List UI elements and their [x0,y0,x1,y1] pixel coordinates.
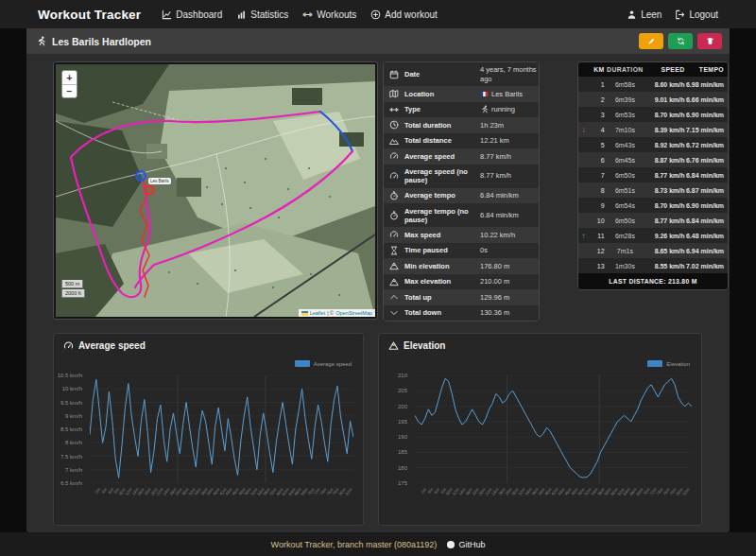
detail-row: Total distance12.21 km [384,133,539,149]
speed-cell: 8.60 km/h [644,81,684,88]
route-map[interactable]: Les Barils + − 500 m 2000 ft Leaflet | ©… [53,61,378,320]
runner-icon [36,36,46,46]
edit-button[interactable] [639,33,663,49]
detail-row: Time paused0s [384,243,539,259]
detail-value: 176.80 m [480,262,539,270]
chart-bar-icon [236,9,247,20]
mountain-icon [388,340,399,351]
start-marker[interactable] [136,171,146,181]
detail-label: Average tempo (no pause) [404,207,480,224]
y-tick-label: 195 [398,419,407,425]
osm-link[interactable]: OpenStreetMap [335,310,372,316]
y-tick-label: 185 [398,449,407,455]
legend-label: Elevation [666,361,690,367]
km-cell: 6 [589,157,607,164]
detail-label: Max speed [404,231,480,239]
last-distance-footer: LAST DISTANCE: 213.80 M [578,273,728,289]
km-cell: 7 [589,172,607,179]
chart-title: Elevation [379,334,701,357]
nav-right: Leen Logout [627,9,718,20]
duration-cell: 6m43s [607,142,644,148]
refresh-button[interactable] [668,33,693,49]
detail-label: Average speed (no pause) [404,167,480,184]
attribution-separator: | © [327,310,334,316]
nav-item-workouts[interactable]: Workouts [302,9,356,20]
split-row-km-5: 56m43s8.92 km/h6.72 min/km [578,137,728,152]
tempo-cell: 6.84 min/km [685,172,728,179]
y-axis-labels: 210205200195190185180175 [379,375,411,483]
detail-value: 8.77 km/h [480,171,539,180]
zoom-out-button[interactable]: − [62,84,77,97]
detail-row: LocationLes Barils [384,86,539,102]
chevron-up-icon [384,292,404,302]
github-label: GitHub [458,540,485,549]
detail-value: 1h 23m [480,121,539,130]
detail-label: Total up [404,293,480,302]
scale-imperial: 2000 ft [61,289,85,298]
nav-item-logout[interactable]: Logout [675,9,718,20]
speed-cell: 8.87 km/h [644,157,684,164]
nav-item-user[interactable]: Leen [627,9,662,20]
split-row-km-12: 127m1s8.65 km/h6.94 min/km [578,243,728,258]
duration-cell: 6m58s [607,81,644,88]
map-place-label: Les Barils [148,178,171,184]
legend-label: Average speed [314,361,352,367]
chart-legend: Elevation [647,360,690,367]
app-brand[interactable]: Workout Tracker [38,8,141,22]
tempo-cell: 7.02 min/km [685,263,728,269]
nav-item-statistics[interactable]: Statistics [236,9,288,20]
gauge-icon [384,151,404,161]
github-link[interactable]: GitHub [446,540,485,549]
km-cell: 8 [589,187,607,194]
split-row-km-3: 36m53s8.70 km/h6.90 min/km [578,107,728,122]
split-row-km-4: ↓47m10s8.39 km/h7.15 min/km [578,122,728,137]
speed-plot[interactable] [90,375,353,483]
tempo-cell: 6.90 min/km [685,202,728,209]
dumbbell-icon [302,9,313,20]
clock-icon [384,120,404,130]
chart-line-icon [162,9,172,20]
nav-item-label: Statistics [250,9,288,20]
split-row-km-10: 106m50s8.77 km/h6.84 min/km [578,213,728,228]
speed-cell: 8.77 km/h [644,172,684,179]
pencil-icon [647,37,656,45]
detail-value: Les Barils [480,90,539,98]
main-panel: Les Barils Hardlopen [26,28,730,532]
legend-swatch [647,360,662,367]
km-cell: 10 [589,217,607,224]
detail-row: Total up129.96 m [384,289,539,305]
duration-cell: 6m39s [607,96,644,103]
detail-label: Total distance [404,136,480,145]
duration-cell: 6m54s [607,202,644,209]
zoom-in-button[interactable]: + [62,71,77,84]
km-cell: 11 [589,233,607,239]
speed-line [90,379,353,478]
duration-cell: 6m50s [607,217,644,224]
speed-cell: 8.92 km/h [644,142,684,148]
splits-body: 16m58s8.60 km/h6.98 min/km26m39s9.01 km/… [578,77,728,273]
km-cell: 4 [589,127,607,133]
tempo-cell: 6.66 min/km [685,96,728,103]
gauge-icon [384,230,404,239]
delete-button[interactable] [697,33,722,49]
split-row-km-2: 26m39s9.01 km/h6.66 min/km [578,92,728,107]
detail-value: 4 years, 7 months ago [480,65,539,83]
detail-label: Type [404,105,480,113]
end-marker[interactable] [146,186,154,195]
trend-cell: ↓ [578,126,589,134]
version-text: Workout Tracker, branch master (080a1192… [271,540,438,549]
elevation-plot[interactable] [415,375,692,483]
user-name: Leen [641,9,662,20]
leaflet-link[interactable]: Leaflet [310,310,326,316]
nav-item-label: Workouts [317,9,356,20]
mountains-icon [384,136,404,146]
duration-cell: 1m30s [607,263,644,269]
detail-value: 130.36 m [480,308,539,317]
detail-row: Average tempo6.84 min/km [384,188,539,204]
nav-item-add-workout[interactable]: Add workout [370,9,438,20]
y-tick-label: 7 km/h [65,467,82,473]
y-tick-label: 8 km/h [65,440,82,445]
nav-item-dashboard[interactable]: Dashboard [162,9,222,20]
chart-legend: Average speed [295,360,352,367]
sign-out-icon [675,9,685,20]
